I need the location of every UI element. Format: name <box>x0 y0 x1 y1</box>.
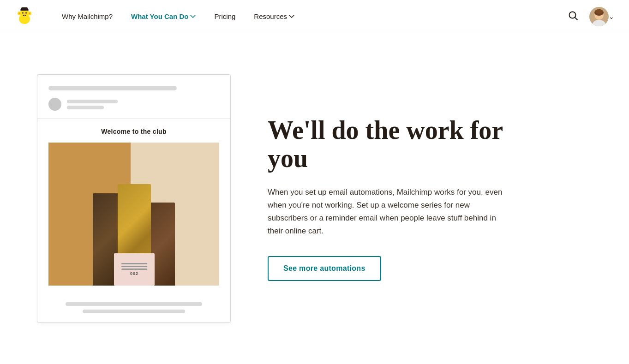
main-content: Welcome to the club <box>0 33 629 364</box>
sender-avatar-placeholder <box>48 98 61 111</box>
main-nav: Why Mailchimp? What You Can Do Pricing R… <box>0 0 629 33</box>
footer-text-placeholder-2 <box>83 310 185 313</box>
logo-link[interactable] <box>15 7 34 26</box>
sender-name-placeholder <box>67 100 118 103</box>
user-avatar[interactable] <box>589 7 609 26</box>
svg-point-2 <box>22 12 24 13</box>
hero-content: We'll do the work for you When you set u… <box>268 116 526 281</box>
hero-description: When you set up email automations, Mailc… <box>268 186 508 238</box>
email-preview-card: Welcome to the club <box>37 74 231 323</box>
sender-text-placeholders <box>67 100 118 109</box>
search-button[interactable] <box>564 7 582 26</box>
email-preview-product-image: 002 <box>48 143 219 286</box>
footer-text-placeholder-1 <box>66 302 202 306</box>
candle-label: 002 <box>114 253 155 286</box>
what-you-can-do-chevron-icon <box>190 14 196 19</box>
label-line-2 <box>121 266 147 267</box>
svg-point-17 <box>595 9 603 14</box>
svg-point-7 <box>18 12 20 14</box>
candle-label-number: 002 <box>130 271 138 276</box>
nav-item-what-you-can-do[interactable]: What You Can Do <box>122 0 205 33</box>
svg-rect-10 <box>21 7 28 10</box>
candle-label-lines <box>121 263 147 271</box>
resources-chevron-icon <box>289 14 294 19</box>
email-preview-title: Welcome to the club <box>48 128 219 135</box>
account-menu-chevron-icon[interactable]: ⌄ <box>609 13 614 20</box>
nav-item-why-mailchimp[interactable]: Why Mailchimp? <box>53 0 122 33</box>
subject-line-placeholder <box>48 86 177 90</box>
nav-right-actions: ⌄ <box>564 7 614 26</box>
email-preview-body: Welcome to the club <box>37 119 230 298</box>
avatar-image <box>589 7 609 26</box>
svg-point-3 <box>25 12 27 13</box>
label-line-1 <box>121 263 147 264</box>
nav-item-resources[interactable]: Resources <box>245 0 304 33</box>
see-more-automations-button[interactable]: See more automations <box>268 256 381 281</box>
hero-title: We'll do the work for you <box>268 116 526 173</box>
sender-info <box>48 98 219 111</box>
candle-mid: 002 <box>118 184 151 286</box>
search-icon <box>568 11 578 21</box>
mailchimp-logo-icon <box>15 7 34 26</box>
nav-item-pricing[interactable]: Pricing <box>205 0 245 33</box>
svg-point-4 <box>23 13 26 15</box>
label-line-3 <box>121 269 147 270</box>
svg-line-12 <box>575 18 578 20</box>
email-preview-footer <box>37 298 230 322</box>
nav-links: Why Mailchimp? What You Can Do Pricing R… <box>53 0 564 33</box>
svg-point-8 <box>29 12 30 14</box>
email-preview-wrapper: Welcome to the club <box>37 74 231 323</box>
candle-product-group: 002 <box>93 184 175 286</box>
sender-email-placeholder <box>67 106 104 109</box>
email-preview-header <box>37 75 230 119</box>
